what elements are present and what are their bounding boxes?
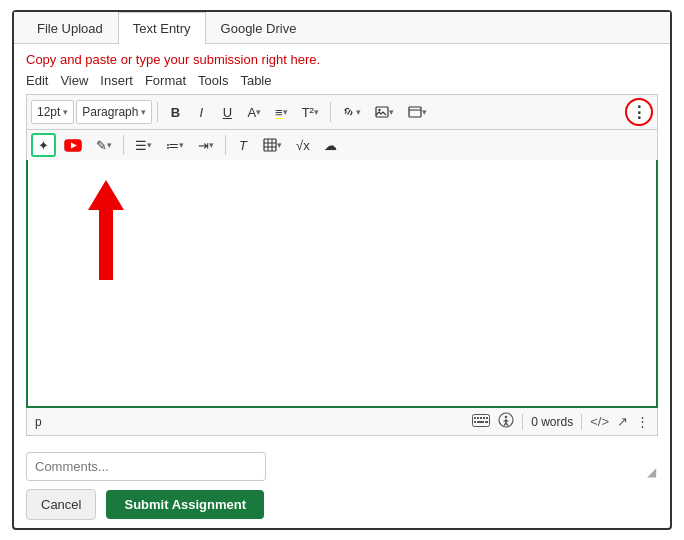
svg-rect-6 — [264, 139, 276, 151]
math-button[interactable]: √x — [290, 133, 316, 157]
indent-button[interactable]: ⇥▾ — [192, 133, 220, 157]
svg-rect-12 — [474, 417, 476, 419]
svg-line-25 — [506, 423, 508, 426]
button-row: Cancel Submit Assignment — [26, 489, 658, 520]
svg-rect-2 — [409, 107, 421, 117]
arrow-annotation — [88, 180, 124, 280]
tab-file-upload[interactable]: File Upload — [22, 12, 118, 44]
youtube-icon — [64, 139, 82, 152]
svg-rect-19 — [485, 421, 488, 423]
image-icon — [375, 106, 389, 118]
font-size-caret: ▾ — [63, 107, 68, 117]
svg-rect-0 — [376, 107, 388, 117]
tab-google-drive[interactable]: Google Drive — [206, 12, 312, 44]
status-bar: p — [26, 408, 658, 436]
list-button[interactable]: ≔▾ — [160, 133, 190, 157]
menu-format[interactable]: Format — [145, 73, 186, 88]
more-options-button[interactable]: ⋮ — [636, 414, 649, 429]
link-button[interactable]: ▾ — [336, 100, 367, 124]
arrow-head — [88, 180, 124, 210]
menu-edit[interactable]: Edit — [26, 73, 48, 88]
expand-button[interactable]: ↗ — [617, 414, 628, 429]
svg-rect-18 — [477, 421, 484, 423]
submit-button[interactable]: Submit Assignment — [106, 490, 264, 519]
italic-button[interactable]: I — [189, 100, 213, 124]
menu-bar: Edit View Insert Format Tools Table — [26, 73, 658, 88]
toolbar-row2: ✦ ✎▾ ☰▾ ≔▾ ⇥▾ T — [26, 129, 658, 160]
svg-rect-14 — [480, 417, 482, 419]
menu-insert[interactable]: Insert — [100, 73, 133, 88]
instruction-text: Copy and paste or type your submission r… — [26, 52, 658, 67]
link-icon — [342, 106, 356, 118]
bold-button[interactable]: B — [163, 100, 187, 124]
word-count: 0 words — [531, 415, 573, 429]
toolbar-row1: 12pt ▾ Paragraph ▾ B I U A▾ ≡▾ T²▾ — [26, 94, 658, 129]
table-button[interactable]: ▾ — [257, 133, 288, 157]
status-sep — [522, 414, 523, 430]
separator — [157, 102, 158, 122]
sparkle-button[interactable]: ✦ — [31, 133, 56, 157]
underline-button[interactable]: U — [215, 100, 239, 124]
svg-rect-13 — [477, 417, 479, 419]
cloud-button[interactable]: ☁ — [318, 133, 343, 157]
accessibility-icon[interactable] — [498, 412, 514, 431]
main-window: File Upload Text Entry Google Drive Copy… — [12, 10, 672, 530]
svg-rect-16 — [486, 417, 488, 419]
image-button[interactable]: ▾ — [369, 100, 400, 124]
svg-rect-11 — [473, 414, 490, 426]
tab-text-entry[interactable]: Text Entry — [118, 12, 206, 44]
sep4 — [225, 135, 226, 155]
highlight-button[interactable]: ≡▾ — [269, 100, 294, 124]
embed-icon — [408, 106, 422, 118]
arrow-body — [99, 210, 113, 280]
menu-table[interactable]: Table — [240, 73, 271, 88]
paragraph-caret: ▾ — [141, 107, 146, 117]
align-button[interactable]: ☰▾ — [129, 133, 158, 157]
comments-input[interactable] — [26, 452, 266, 481]
clear-format-button[interactable]: T — [231, 133, 255, 157]
paragraph-select[interactable]: Paragraph ▾ — [76, 100, 152, 124]
bottom-area: ◢ Cancel Submit Assignment — [14, 444, 670, 528]
embed-button[interactable]: ▾ — [402, 100, 433, 124]
editor-area[interactable] — [26, 160, 658, 408]
menu-view[interactable]: View — [60, 73, 88, 88]
font-color-button[interactable]: A▾ — [241, 100, 267, 124]
status-sep2 — [581, 414, 582, 430]
draw-button[interactable]: ✎▾ — [90, 133, 118, 157]
svg-point-21 — [505, 416, 508, 419]
more-button[interactable]: ⋮ — [625, 98, 653, 126]
content-area: Copy and paste or type your submission r… — [14, 44, 670, 444]
comments-wrapper: ◢ — [26, 452, 658, 481]
menu-tools[interactable]: Tools — [198, 73, 228, 88]
status-icons: 0 words </> ↗ ⋮ — [472, 412, 649, 431]
block-tag: p — [35, 415, 42, 429]
svg-point-1 — [378, 109, 380, 111]
cancel-button[interactable]: Cancel — [26, 489, 96, 520]
source-code-button[interactable]: </> — [590, 414, 609, 429]
keyboard-icon[interactable] — [472, 414, 490, 430]
superscript-button[interactable]: T²▾ — [296, 100, 325, 124]
separator2 — [330, 102, 331, 122]
youtube-button[interactable] — [58, 133, 88, 157]
table-icon — [263, 138, 277, 152]
sep3 — [123, 135, 124, 155]
svg-rect-17 — [474, 421, 476, 423]
font-size-select[interactable]: 12pt ▾ — [31, 100, 74, 124]
tab-bar: File Upload Text Entry Google Drive — [14, 12, 670, 44]
svg-rect-15 — [483, 417, 485, 419]
resize-corner-icon: ◢ — [647, 465, 656, 479]
